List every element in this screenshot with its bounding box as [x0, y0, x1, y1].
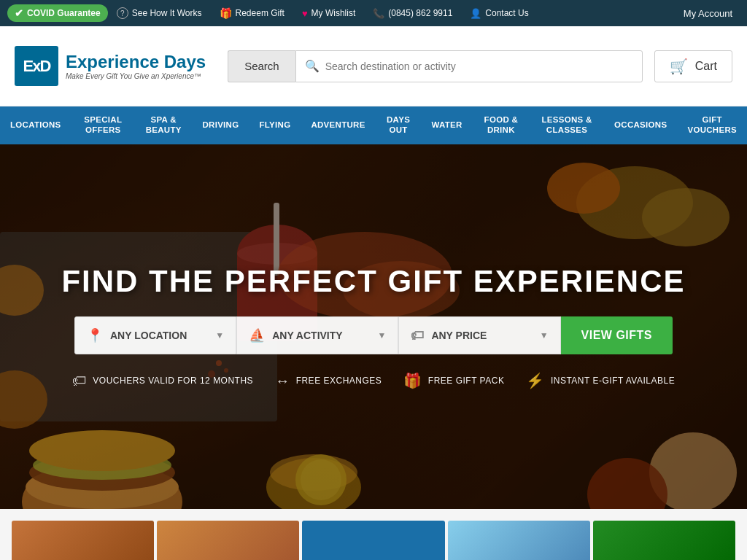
nav-item-days-out[interactable]: DAYS OUT — [376, 106, 422, 144]
search-input[interactable] — [325, 61, 633, 72]
logo-text-icon: ExD — [23, 57, 50, 76]
tile-2[interactable] — [157, 521, 299, 560]
voucher-icon: 🏷 — [72, 373, 88, 389]
tile-1[interactable] — [12, 521, 154, 560]
logo-icon: ExD — [15, 46, 58, 86]
my-account-label: My Account — [684, 8, 732, 19]
logo[interactable]: ExD Experience Days Make Every Gift You … — [15, 46, 206, 86]
location-filter[interactable]: 📍 ANY LOCATION ▼ — [74, 316, 236, 354]
nav-item-flying[interactable]: FLYING — [249, 106, 301, 144]
exchange-icon: ↔ — [275, 373, 290, 389]
location-filter-label: ANY LOCATION — [110, 330, 187, 341]
activity-icon: ⛵ — [249, 327, 265, 343]
bottom-tiles — [0, 509, 747, 560]
wishlist-label: My Wishlist — [311, 8, 356, 18]
nav-item-locations[interactable]: LOCATIONS — [0, 106, 71, 144]
price-chevron-icon: ▼ — [540, 330, 549, 341]
phone-icon: 📞 — [373, 8, 384, 19]
heart-icon: ♥ — [302, 8, 308, 19]
wishlist-link[interactable]: ♥ My Wishlist — [293, 8, 364, 19]
hero-badges: 🏷 VOUCHERS VALID FOR 12 MONTHS ↔ FREE EX… — [72, 372, 675, 389]
redeem-gift-label: Redeem Gift — [236, 8, 285, 18]
badge-gift-pack: 🎁 FREE GIFT PACK — [403, 372, 504, 389]
tile-3[interactable] — [302, 521, 444, 560]
exchanges-label: FREE EXCHANGES — [296, 376, 382, 386]
nav-item-occasions[interactable]: OCCASIONS — [604, 106, 677, 144]
tile-5[interactable] — [593, 521, 735, 560]
covid-guarantee-badge[interactable]: ✔ COVID Guarantee — [7, 4, 108, 22]
my-account-link[interactable]: My Account — [676, 8, 740, 19]
vouchers-label: VOUCHERS VALID FOR 12 MONTHS — [93, 376, 253, 386]
gift-pack-label: FREE GIFT PACK — [428, 376, 505, 386]
gift-pack-icon: 🎁 — [403, 372, 422, 389]
activity-filter[interactable]: ⛵ ANY ACTIVITY ▼ — [236, 316, 398, 354]
logo-area: ExD Experience Days Make Every Gift You … — [15, 46, 206, 86]
logo-text-area: Experience Days Make Every Gift You Give… — [66, 52, 206, 80]
how-it-works-link[interactable]: ? See How It Works — [108, 7, 211, 19]
cart-button[interactable]: 🛒 Cart — [654, 50, 732, 82]
main-nav: LOCATIONS SPECIAL OFFERS SPA & BEAUTY DR… — [0, 106, 747, 144]
logo-title: Experience Days — [66, 52, 206, 72]
nav-item-driving[interactable]: DRIVING — [192, 106, 249, 144]
price-icon: 🏷 — [411, 328, 424, 343]
contact-us-label: Contact Us — [485, 8, 528, 18]
phone-number: (0845) 862 9911 — [388, 8, 452, 18]
tile-4[interactable] — [448, 521, 590, 560]
phone-link[interactable]: 📞 (0845) 862 9911 — [364, 8, 461, 19]
contact-icon: 👤 — [470, 8, 481, 19]
cart-icon: 🛒 — [670, 58, 688, 75]
nav-item-spa-beauty[interactable]: SPA & BEAUTY — [135, 106, 192, 144]
hero-content: FIND THE PERFECT GIFT EXPERIENCE 📍 ANY L… — [0, 144, 747, 509]
covid-label: COVID Guarantee — [27, 8, 101, 18]
badge-vouchers: 🏷 VOUCHERS VALID FOR 12 MONTHS — [72, 373, 253, 389]
top-bar-items: ✔ COVID Guarantee ? See How It Works 🎁 R… — [7, 4, 673, 22]
nav-item-water[interactable]: WATER — [421, 106, 472, 144]
location-icon: 📍 — [87, 327, 103, 343]
header: ExD Experience Days Make Every Gift You … — [0, 26, 747, 106]
nav-item-adventure[interactable]: ADVENTURE — [301, 106, 375, 144]
hero-section: FIND THE PERFECT GIFT EXPERIENCE 📍 ANY L… — [0, 144, 747, 509]
search-mag-icon: 🔍 — [305, 59, 320, 73]
price-filter-label: ANY PRICE — [431, 330, 487, 341]
view-gifts-label: VIEW GIFTS — [581, 329, 652, 341]
check-icon: ✔ — [15, 7, 23, 19]
egift-label: INSTANT E-GIFT AVAILABLE — [551, 376, 675, 386]
nav-item-special-offers[interactable]: SPECIAL OFFERS — [71, 106, 135, 144]
badge-exchanges: ↔ FREE EXCHANGES — [275, 373, 382, 389]
redeem-gift-link[interactable]: 🎁 Redeem Gift — [211, 7, 293, 19]
activity-chevron-icon: ▼ — [377, 330, 386, 341]
search-button-label: Search — [244, 60, 279, 72]
search-button[interactable]: Search — [228, 50, 295, 82]
egift-icon: ⚡ — [526, 372, 545, 389]
question-icon: ? — [117, 7, 128, 19]
how-it-works-label: See How It Works — [132, 8, 202, 18]
hero-filters: 📍 ANY LOCATION ▼ ⛵ ANY ACTIVITY ▼ 🏷 ANY … — [74, 316, 673, 354]
location-chevron-icon: ▼ — [215, 330, 224, 341]
nav-item-gift-vouchers[interactable]: GIFT VOUCHERS — [677, 106, 747, 144]
search-input-wrap: 🔍 — [295, 50, 643, 82]
search-area: Search 🔍 🛒 Cart — [228, 50, 732, 82]
gift-icon: 🎁 — [220, 7, 232, 19]
activity-filter-label: ANY ACTIVITY — [272, 330, 342, 341]
badge-egift: ⚡ INSTANT E-GIFT AVAILABLE — [526, 372, 675, 389]
nav-item-lessons-classes[interactable]: LESSONS & CLASSES — [530, 106, 604, 144]
contact-us-link[interactable]: 👤 Contact Us — [461, 8, 537, 19]
price-filter[interactable]: 🏷 ANY PRICE ▼ — [398, 316, 560, 354]
hero-title: FIND THE PERFECT GIFT EXPERIENCE — [61, 264, 685, 299]
nav-item-food-drink[interactable]: FOOD & DRINK — [473, 106, 530, 144]
logo-subtitle: Make Every Gift You Give an Xperience™ — [66, 72, 206, 80]
cart-label: Cart — [695, 60, 717, 73]
top-bar: ✔ COVID Guarantee ? See How It Works 🎁 R… — [0, 0, 747, 26]
view-gifts-button[interactable]: VIEW GIFTS — [561, 316, 673, 354]
